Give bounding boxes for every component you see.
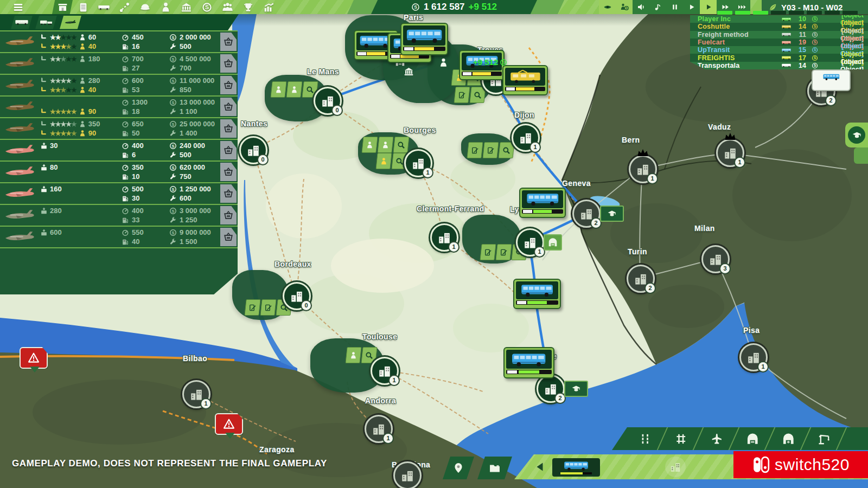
map-action-chips[interactable] bbox=[455, 87, 485, 103]
play-button[interactable] bbox=[683, 0, 700, 14]
map-chip[interactable] bbox=[454, 87, 470, 103]
vehicle-card[interactable] bbox=[503, 347, 554, 378]
tab-plane[interactable] bbox=[60, 16, 81, 29]
city-marker[interactable]: 3 bbox=[701, 245, 730, 273]
leaderboard-row[interactable]: Transportala 14 [object Object] bbox=[690, 62, 868, 69]
map-chip[interactable] bbox=[361, 137, 378, 153]
driver-cap-icon[interactable] bbox=[135, 0, 155, 14]
depot-tag[interactable] bbox=[544, 234, 562, 251]
map-action-chips[interactable] bbox=[362, 137, 409, 153]
buy-button[interactable] bbox=[220, 33, 237, 51]
awards-icon[interactable] bbox=[238, 0, 258, 14]
map-chip[interactable] bbox=[495, 244, 512, 260]
city-marker[interactable]: 0 bbox=[239, 136, 267, 164]
aircraft-row[interactable]: 280 400 33 bbox=[0, 205, 238, 226]
city-marker[interactable]: 0 bbox=[314, 87, 342, 115]
vehicle-card[interactable] bbox=[400, 23, 448, 55]
city-marker[interactable]: 1 bbox=[716, 139, 744, 167]
tab-train[interactable] bbox=[35, 16, 57, 29]
university-tag[interactable] bbox=[564, 381, 588, 397]
city-marker[interactable]: 2 bbox=[572, 200, 601, 228]
map-chip[interactable] bbox=[345, 347, 361, 363]
city-marker[interactable]: 0 bbox=[283, 282, 311, 310]
city-marker[interactable]: 2 bbox=[627, 265, 655, 293]
map-action-chips[interactable] bbox=[376, 153, 407, 169]
city-marker[interactable]: 1 bbox=[182, 380, 210, 408]
map-chip[interactable] bbox=[377, 137, 393, 153]
map-action-chips[interactable] bbox=[271, 81, 317, 98]
map-chip[interactable] bbox=[480, 244, 496, 260]
buy-button[interactable] bbox=[220, 206, 237, 224]
tab-bus[interactable] bbox=[11, 16, 33, 29]
traffic-warning-marker[interactable] bbox=[20, 347, 48, 369]
map-chip[interactable] bbox=[375, 153, 392, 169]
staff-icon[interactable] bbox=[155, 0, 176, 14]
payroll[interactable] bbox=[616, 0, 633, 14]
competitors-icon[interactable] bbox=[217, 0, 238, 14]
vehicle-card[interactable] bbox=[519, 188, 566, 218]
company-icon[interactable] bbox=[52, 0, 73, 14]
map-chip[interactable] bbox=[270, 81, 286, 98]
buy-button[interactable] bbox=[220, 54, 237, 73]
map-chip[interactable] bbox=[467, 142, 483, 158]
play-normal-active[interactable] bbox=[700, 0, 717, 14]
map-chip[interactable] bbox=[482, 142, 499, 158]
city-marker[interactable]: 1 bbox=[430, 223, 458, 252]
map-chip[interactable] bbox=[244, 299, 260, 316]
city-marker[interactable]: 1 bbox=[739, 343, 768, 371]
map-chip[interactable] bbox=[260, 299, 276, 316]
map-action-chips[interactable] bbox=[468, 142, 514, 158]
aircraft-row[interactable]: ★★★★★ 180 bbox=[0, 53, 238, 74]
vehicles-icon[interactable] bbox=[93, 0, 114, 14]
map-chip[interactable] bbox=[469, 87, 486, 103]
map-chip[interactable] bbox=[286, 81, 302, 98]
aircraft-row[interactable]: ★★★★★ 60 ★★★★★ 40 bbox=[0, 31, 238, 52]
map-chip[interactable] bbox=[403, 65, 414, 77]
selected-vehicle-thumbnail[interactable] bbox=[552, 458, 600, 477]
city-marker[interactable]: 1 bbox=[371, 357, 399, 385]
buy-button[interactable] bbox=[220, 119, 237, 138]
map-chip[interactable] bbox=[393, 137, 409, 153]
city-marker[interactable]: 2 bbox=[537, 375, 565, 403]
pause-button[interactable] bbox=[666, 0, 683, 14]
previous-arrow-icon[interactable] bbox=[534, 461, 546, 473]
map-action-chips[interactable] bbox=[403, 65, 414, 77]
map-chip[interactable] bbox=[437, 56, 449, 68]
city-marker[interactable]: 1 bbox=[512, 124, 540, 152]
music-toggle[interactable] bbox=[649, 0, 666, 14]
finance-icon[interactable] bbox=[196, 0, 217, 14]
aircraft-row[interactable]: ★★★★★ 280 ★★★★★ 40 bbox=[0, 75, 238, 95]
city-marker[interactable]: 1 bbox=[365, 415, 393, 443]
vehicle-card[interactable] bbox=[812, 69, 851, 91]
tutorial-tab[interactable] bbox=[845, 123, 868, 147]
vehicle-card[interactable] bbox=[502, 65, 548, 95]
tutorial-tab-extension[interactable] bbox=[854, 147, 868, 164]
university-tag[interactable] bbox=[600, 206, 624, 222]
aircraft-row[interactable]: ★★★★★ 350 ★★★★★ 90 bbox=[0, 118, 238, 139]
contracts-icon[interactable] bbox=[73, 0, 93, 14]
city-marker[interactable]: 1 bbox=[629, 155, 657, 183]
buy-button[interactable] bbox=[220, 76, 237, 94]
buy-button[interactable] bbox=[220, 163, 237, 181]
city-marker[interactable]: 1 bbox=[516, 228, 544, 256]
observe-eye[interactable] bbox=[599, 0, 616, 14]
city-marker[interactable]: 1 bbox=[404, 149, 432, 177]
bank-icon[interactable] bbox=[176, 0, 196, 14]
sound-toggle[interactable] bbox=[633, 0, 649, 14]
aircraft-row[interactable]: ★★★★★ 90 1300 18 13 000 000 1 100 bbox=[0, 97, 238, 117]
map-chip[interactable] bbox=[498, 142, 514, 158]
buy-button[interactable] bbox=[220, 184, 237, 203]
city-marker[interactable] bbox=[393, 461, 422, 488]
vehicle-card[interactable] bbox=[513, 279, 561, 309]
traffic-warning-marker[interactable] bbox=[215, 413, 243, 435]
map-action-chips[interactable] bbox=[346, 347, 376, 363]
buy-button[interactable] bbox=[220, 141, 237, 159]
buy-button[interactable] bbox=[220, 98, 237, 116]
aircraft-row[interactable]: 160 500 30 bbox=[0, 183, 238, 204]
menu-icon[interactable] bbox=[8, 0, 28, 14]
map-action-chips[interactable] bbox=[437, 56, 449, 68]
buy-button[interactable] bbox=[220, 228, 237, 246]
aircraft-row[interactable]: 30 400 6 bbox=[0, 140, 238, 160]
statistics-icon[interactable] bbox=[258, 0, 279, 14]
routes-icon[interactable] bbox=[114, 0, 135, 14]
